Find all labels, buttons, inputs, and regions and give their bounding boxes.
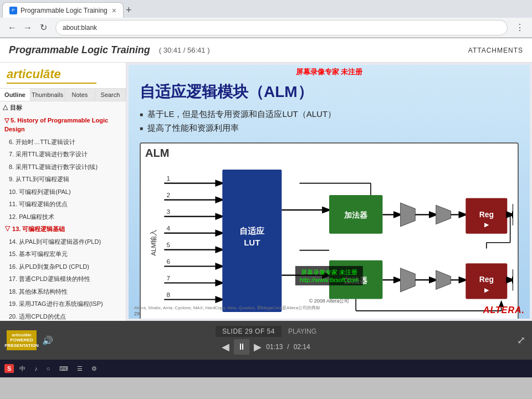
nav-item-20[interactable]: 20. 适用CPLD的优点 [0, 310, 126, 321]
app-header: Programmable Logic Training ( 30:41 / 56… [0, 38, 532, 63]
nav-item-7[interactable]: 7. 采用TTL逻辑进行数字设计 [0, 148, 126, 161]
copyright-text: Altera, Stratix, Arria, Cyclone, MAX, Ha… [134, 305, 524, 311]
slide-visual: 屏幕录像专家 未注册 自适应逻辑模块（ALM） 基于LE，但是包括专用资源和自适… [129, 65, 530, 319]
nav-root[interactable]: △ 目标 [0, 101, 126, 114]
back-btn[interactable]: ← [4, 20, 20, 35]
nav-section-5[interactable]: ▽ 5. History of Programmable Logic Desig… [0, 114, 126, 136]
nav-item-12[interactable]: 12. PAL编程技术 [0, 211, 126, 223]
svg-text:自适应: 自适应 [239, 226, 265, 236]
taskbar-keyboard[interactable]: ⌨ [56, 364, 71, 374]
svg-text:加法器: 加法器 [344, 276, 368, 285]
svg-text:加法器: 加法器 [344, 211, 368, 219]
forward-btn[interactable]: → [20, 20, 35, 35]
nav-item-8[interactable]: 8. 采用TTL逻辑进行数字设计(续) [0, 161, 126, 173]
nav-item-6[interactable]: 6. 开始时…TTL逻辑设计 [0, 136, 126, 149]
svg-marker-43 [436, 270, 451, 289]
address-bar[interactable]: about:blank [55, 20, 508, 35]
nav-item-10[interactable]: 10. 可编程列逻辑(PAL) [0, 186, 126, 198]
svg-text:LUT: LUT [244, 238, 260, 247]
watermark-top: 屏幕录像专家 未注册 [129, 67, 530, 77]
sidebar-tabs: Outline Thumbnails Notes Search [0, 89, 126, 101]
svg-text:3: 3 [167, 208, 171, 215]
svg-text:5: 5 [167, 241, 171, 248]
taskbar: S 中 ♪ ○ ⌨ ☰ ⚙ [0, 360, 532, 377]
nav-item-14[interactable]: 14. 从PAL到可编程逻辑器件(PLD) [0, 236, 126, 248]
taskbar-settings[interactable]: ⚙ [88, 364, 100, 374]
tab-thumbnails[interactable]: Thumbnails [30, 89, 65, 101]
nav-item-15[interactable]: 15. 基本可编程宏单元 [0, 248, 126, 260]
browser-controls: ← → ↻ about:blank ⋮ [0, 18, 532, 38]
articulate-logo-box: articulātePOWEREDPRESENTATION [7, 330, 37, 350]
prev-btn[interactable]: ◀ [222, 341, 229, 353]
svg-text:1: 1 [167, 175, 171, 182]
svg-marker-28 [436, 205, 451, 224]
nav-item-19[interactable]: 19. 采用JTAG进行在系统编程(ISP) [0, 298, 126, 310]
tab-outline[interactable]: Outline [0, 89, 30, 101]
nav-item-9[interactable]: 9. 从TTL到可编程逻辑 [0, 173, 126, 186]
time-total: 02:14 [294, 343, 310, 351]
svg-text:7: 7 [167, 274, 171, 282]
taskbar-menu[interactable]: ☰ [74, 364, 86, 374]
tab-search[interactable]: Search [95, 89, 126, 101]
new-tab-btn[interactable]: + [126, 4, 132, 16]
svg-text:2: 2 [167, 191, 171, 198]
sidebar-logo: articulāte [0, 63, 126, 89]
slide-area: 屏幕录像专家 未注册 自适应逻辑模块（ALM） 基于LE，但是包括专用资源和自适… [126, 63, 532, 321]
sidebar-nav: △ 目标 ▽ 5. History of Programmable Logic … [0, 101, 126, 321]
svg-marker-41 [401, 268, 416, 292]
bullet-1: 基于LE，但是包括专用资源和自适应LUT（ALUT） [140, 109, 519, 120]
slide-bullets: 基于LE，但是包括专用资源和自适应LUT（ALUT） 提高了性能和资源利用率 [140, 109, 519, 134]
browser-chrome: P Programmable Logic Training × + ← → ↻ … [0, 0, 532, 38]
content-area: articulāte Outline Thumbnails Notes Sear… [0, 63, 532, 321]
slide-footer: © 2008 Altera公司 Altera, Stratix, Arria, … [134, 298, 524, 316]
logo-underline [7, 83, 96, 84]
volume-btn[interactable]: 🔊 [42, 335, 53, 346]
taskbar-s[interactable]: S [4, 364, 14, 373]
alm-diagram-label: ALM [145, 147, 169, 160]
browser-actions: ⋮ [512, 20, 528, 35]
app-title: Programmable Logic Training [9, 44, 150, 56]
nav-section-13[interactable]: ▽ 13. 可编程逻辑基础 [0, 223, 126, 236]
svg-text:▶: ▶ [484, 287, 489, 293]
altera-logo: ALTERA. [483, 305, 524, 315]
tab-title: Programmable Logic Training [21, 7, 108, 14]
nav-item-17[interactable]: 17. 普通CPLD逻辑模块的特性 [0, 273, 126, 285]
next-btn[interactable]: ▶ [254, 341, 262, 353]
playing-label: PLAYING [288, 328, 316, 335]
tab-favicon: P [9, 7, 17, 14]
pause-btn[interactable]: ⏸ [234, 339, 249, 355]
svg-text:▶: ▶ [484, 221, 489, 228]
nav-item-16[interactable]: 16. 从PLD到复杂PLD (CPLD) [0, 260, 126, 273]
bullet-2: 提高了性能和资源利用率 [140, 123, 519, 134]
bottom-controls: articulātePOWEREDPRESENTATION 🔊 SLIDE 29… [0, 321, 532, 360]
extensions-btn[interactable]: ⋮ [512, 20, 528, 35]
attachments-btn[interactable]: ATTACHMENTS [468, 47, 523, 54]
svg-text:Reg: Reg [479, 275, 494, 284]
nav-item-18[interactable]: 18. 其他体系结构特性 [0, 285, 126, 298]
articulate-logo: articulāte [7, 67, 119, 81]
tab-bar: P Programmable Logic Training × + [0, 0, 532, 18]
alm-diagram: ALM ALM输入 1 2 3 [140, 142, 519, 319]
slide-counter: SLIDE 29 OF 54 [216, 326, 282, 337]
svg-marker-26 [401, 203, 416, 227]
taskbar-lang[interactable]: 中 [16, 364, 29, 374]
taskbar-circle[interactable]: ○ [43, 364, 54, 373]
svg-text:6: 6 [167, 258, 171, 265]
fullscreen-btn[interactable]: ⤢ [517, 334, 525, 346]
svg-text:ALM输入: ALM输入 [150, 229, 157, 256]
reload-btn[interactable]: ↻ [35, 20, 51, 35]
company-name: © 2008 Altera公司 [134, 298, 524, 305]
nav-item-11[interactable]: 11. 可编程逻辑的优点 [0, 198, 126, 211]
bottom-logo-text: articulātePOWEREDPRESENTATION [4, 332, 38, 349]
main-area: Programmable Logic Training ( 30:41 / 56… [0, 38, 532, 360]
bottom-logo: articulātePOWEREDPRESENTATION [7, 330, 37, 350]
slide-time: ( 30:41 / 56:41 ) [159, 46, 210, 54]
tab-close-btn[interactable]: × [112, 6, 116, 15]
page-num: 29 [134, 311, 140, 316]
tab-notes[interactable]: Notes [65, 89, 95, 101]
svg-text:4: 4 [167, 224, 171, 232]
svg-text:Reg: Reg [479, 210, 494, 219]
alm-svg: ALM输入 1 2 3 4 5 [145, 148, 513, 319]
taskbar-sound[interactable]: ♪ [31, 364, 41, 373]
active-tab[interactable]: P Programmable Logic Training × [2, 2, 124, 18]
